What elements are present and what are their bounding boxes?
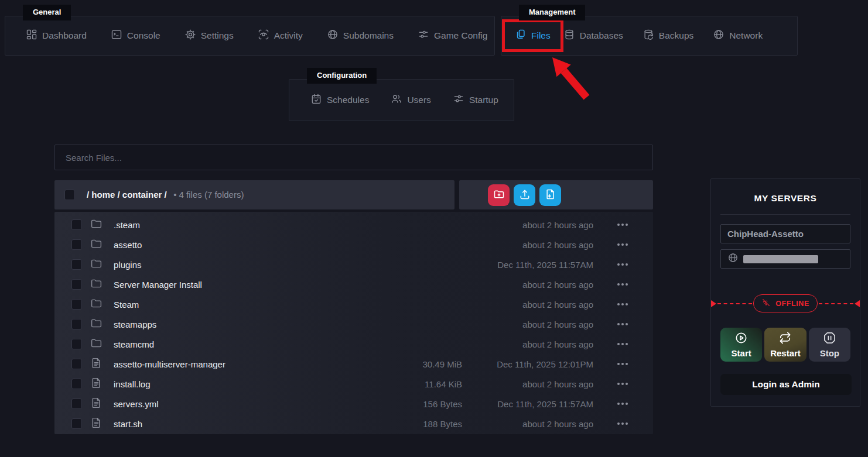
file-row[interactable]: assetto about 2 hours ago (54, 235, 653, 255)
nav-item-databases[interactable]: Databases (563, 29, 623, 43)
nav-label: Startup (469, 95, 498, 105)
file-modified: about 2 hours ago (470, 280, 593, 290)
row-checkbox[interactable] (71, 259, 82, 270)
server-name-box[interactable]: ChipHead-Assetto (720, 224, 850, 243)
select-all-checkbox[interactable] (64, 190, 75, 200)
file-modified: about 2 hours ago (470, 419, 593, 429)
row-menu-button[interactable] (602, 235, 644, 255)
file-row[interactable]: steamcmd about 2 hours ago (54, 334, 653, 354)
file-name[interactable]: steamcmd (114, 339, 384, 349)
activity-eye-icon (258, 29, 269, 43)
restart-button[interactable]: Restart (764, 328, 806, 362)
general-group-label: General (23, 5, 71, 20)
row-checkbox[interactable] (71, 398, 82, 409)
nav-item-startup[interactable]: Startup (453, 93, 498, 107)
row-menu-button[interactable] (602, 414, 644, 434)
nav-item-activity[interactable]: Activity (258, 29, 303, 43)
file-row[interactable]: assetto-multiserver-manager 30.49 MiB De… (54, 354, 653, 374)
file-modified: Dec 11th, 2025 11:57AM (470, 260, 593, 270)
dashed-line (819, 303, 853, 304)
file-name[interactable]: assetto (114, 240, 384, 250)
nav-item-schedules[interactable]: Schedules (310, 93, 369, 107)
file-modified: about 2 hours ago (470, 319, 593, 329)
folder-icon (90, 337, 105, 352)
row-checkbox[interactable] (71, 418, 82, 429)
nav-item-backups[interactable]: Backups (643, 29, 693, 43)
stop-button[interactable]: Stop (809, 328, 850, 362)
dashed-line (717, 303, 752, 304)
file-name[interactable]: .steam (114, 220, 384, 230)
nav-item-network[interactable]: Network (713, 29, 763, 43)
row-menu-button[interactable] (602, 374, 644, 394)
file-name[interactable]: servers.yml (114, 399, 384, 409)
nav-item-console[interactable]: Console (111, 29, 160, 43)
nav-label: Dashboard (42, 30, 87, 41)
new-file-button[interactable] (539, 184, 561, 206)
row-menu-button[interactable] (602, 334, 644, 354)
file-modified: Dec 11th, 2025 12:01PM (470, 359, 593, 369)
status-badge: OFFLINE (753, 294, 818, 312)
nav-label: Settings (201, 30, 234, 41)
file-size: 30.49 MiB (392, 359, 462, 369)
file-row[interactable]: servers.yml 156 Bytes Dec 11th, 2025 11:… (54, 394, 653, 414)
row-menu-button[interactable] (602, 394, 644, 414)
nav-item-dashboard[interactable]: Dashboard (26, 29, 87, 43)
server-address-box[interactable] (720, 249, 850, 269)
login-as-admin-button[interactable]: Login as Admin (720, 374, 852, 395)
row-checkbox[interactable] (71, 359, 82, 369)
row-menu-button[interactable] (602, 314, 644, 334)
file-name[interactable]: Server Manager Install (114, 280, 384, 290)
row-checkbox[interactable] (71, 299, 82, 310)
new-folder-button[interactable] (488, 184, 510, 206)
repeat-icon (778, 331, 792, 346)
left-arrow-tip (711, 300, 716, 307)
row-menu-button[interactable] (602, 255, 644, 274)
row-menu-button[interactable] (602, 294, 644, 314)
row-checkbox[interactable] (71, 339, 82, 349)
row-menu-button[interactable] (602, 215, 644, 235)
file-row[interactable]: Steam about 2 hours ago (54, 294, 653, 314)
file-name[interactable]: plugins (114, 260, 384, 270)
nav-label: Databases (580, 30, 623, 41)
file-icon (90, 397, 105, 411)
backup-icon (643, 29, 654, 43)
row-checkbox[interactable] (71, 279, 82, 290)
globe-icon (327, 29, 339, 43)
file-name[interactable]: Steam (114, 300, 384, 310)
start-button[interactable]: Start (720, 328, 762, 362)
management-nav-group: Management Files Databases Backups Netwo… (501, 16, 798, 56)
folder-icon (90, 277, 105, 292)
file-row[interactable]: start.sh 188 Bytes about 2 hours ago (54, 414, 653, 434)
globe-icon (727, 252, 739, 266)
file-row[interactable]: steamapps about 2 hours ago (54, 314, 653, 334)
nav-item-users[interactable]: Users (391, 93, 430, 107)
calendar-icon (310, 93, 322, 107)
row-checkbox[interactable] (71, 379, 82, 389)
nav-item-settings[interactable]: Settings (184, 29, 234, 43)
dashboard-icon (26, 29, 37, 43)
row-checkbox[interactable] (71, 219, 82, 230)
nav-item-subdomains[interactable]: Subdomains (327, 29, 394, 43)
row-menu-button[interactable] (602, 354, 644, 374)
breadcrumb-path[interactable]: / home / container / (87, 190, 167, 200)
nav-item-game-config[interactable]: Game Config (418, 29, 487, 43)
file-name[interactable]: install.log (114, 379, 384, 389)
nav-item-files[interactable]: Files (515, 29, 551, 43)
row-menu-button[interactable] (602, 274, 644, 294)
row-checkbox[interactable] (71, 239, 82, 250)
nav-label: Network (729, 30, 763, 41)
file-icon (90, 417, 105, 431)
file-name[interactable]: assetto-multiserver-manager (114, 359, 384, 369)
file-name[interactable]: steamapps (114, 319, 384, 329)
upload-button[interactable] (514, 184, 535, 206)
file-icon (90, 377, 105, 391)
file-size: 11.64 KiB (392, 379, 462, 389)
file-row[interactable]: .steam about 2 hours ago (54, 215, 653, 235)
file-row[interactable]: install.log 11.64 KiB about 2 hours ago (54, 374, 653, 394)
file-row[interactable]: Server Manager Install about 2 hours ago (54, 274, 653, 294)
search-files-input[interactable] (54, 145, 653, 170)
row-checkbox[interactable] (71, 319, 82, 329)
file-row[interactable]: plugins Dec 11th, 2025 11:57AM (54, 255, 653, 274)
file-name[interactable]: start.sh (114, 419, 384, 429)
nav-label: Users (407, 95, 430, 105)
